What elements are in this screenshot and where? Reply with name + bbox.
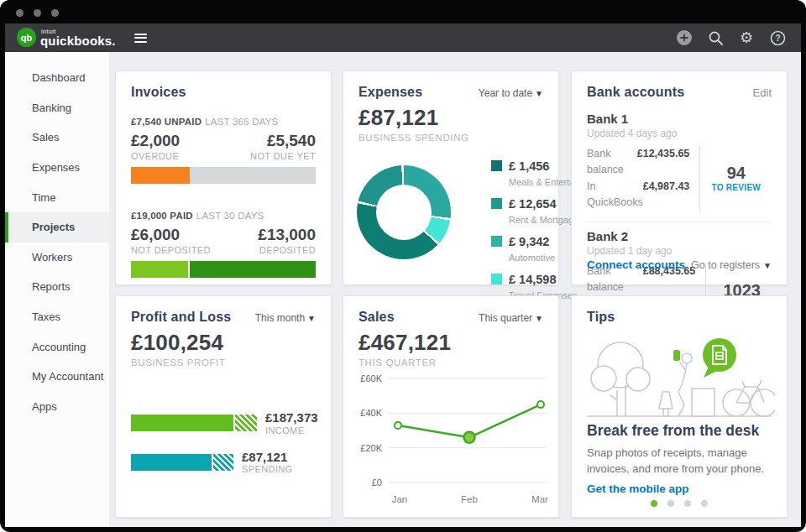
expenses-filter-dropdown[interactable]: Year to date▼ (479, 87, 543, 99)
pnl-subtitle: BUSINESS PROFIT (116, 356, 331, 368)
spending-value: £87,121 (242, 451, 293, 465)
top-navbar: qb intuit quickbooks. ⚙ ? (5, 23, 801, 52)
bank-accounts-card: Bank accounts Edit Bank 1 Updated 4 days… (571, 70, 788, 285)
carousel-dot-4[interactable] (701, 500, 708, 507)
expenses-subtitle: BUSINESS SPENDING (343, 131, 558, 143)
hamburger-menu-icon[interactable] (134, 31, 147, 44)
invoices-title: Invoices (131, 85, 186, 100)
not-deposited-bar-segment[interactable] (131, 261, 188, 278)
window-zoom-dot[interactable] (51, 9, 59, 17)
gear-icon[interactable]: ⚙ (738, 29, 755, 46)
qb-balance-value: £4,987.43 (643, 179, 690, 211)
search-icon[interactable] (707, 29, 724, 46)
sidebar-item-apps[interactable]: Apps (5, 392, 109, 422)
account-updated: Updated 4 days ago (587, 128, 772, 139)
unpaid-summary: £7,540 UNPAIDLAST 365 DAYS (116, 100, 331, 127)
account-updated: Updated 1 day ago (587, 245, 772, 257)
legend-swatch (491, 274, 502, 284)
paid-bar[interactable] (131, 261, 316, 278)
carousel-dot-1[interactable] (651, 500, 657, 507)
sidebar-item-banking[interactable]: Banking (5, 93, 109, 123)
sidebar-item-sales[interactable]: Sales (5, 123, 109, 153)
deposited-bar-segment[interactable] (190, 261, 316, 278)
sidebar-item-my-accountant[interactable]: My Accountant (5, 362, 109, 392)
sidebar-item-expenses[interactable]: Expenses (5, 153, 109, 183)
sidebar-item-time[interactable]: Time (5, 182, 109, 212)
overdue-amount: £2,000 (131, 132, 180, 150)
sidebar-item-reports[interactable]: Reports (5, 272, 109, 302)
chevron-down-icon: ▼ (535, 89, 543, 98)
not-deposited-amount: £6,000 (131, 226, 180, 244)
x-tick: Feb (461, 494, 478, 504)
spending-label: SPENDING (242, 464, 293, 474)
window-minimize-dot[interactable] (34, 9, 41, 17)
sales-title: Sales (359, 310, 395, 325)
quickbooks-logo[interactable]: qb intuit quickbooks. (17, 28, 116, 48)
overdue-bar-segment[interactable] (131, 167, 190, 184)
edit-link[interactable]: Edit (753, 86, 772, 99)
not-due-bar-segment[interactable] (190, 167, 316, 184)
qb-logo-icon: qb (17, 28, 36, 47)
unpaid-bar[interactable] (131, 167, 316, 184)
income-label: INCOME (265, 425, 318, 436)
spending-bar[interactable] (131, 454, 233, 471)
invoices-card: Invoices £7,540 UNPAIDLAST 365 DAYS £2,0… (115, 70, 332, 285)
chevron-down-icon: ▼ (535, 314, 543, 323)
not-due-label: NOT DUE YET (250, 151, 316, 161)
income-value: £187,373 (265, 411, 318, 425)
pnl-filter-dropdown[interactable]: This month▼ (255, 312, 316, 324)
sidebar-item-taxes[interactable]: Taxes (5, 302, 109, 332)
sales-total: £467,121 (343, 325, 558, 356)
pnl-total: £100,254 (116, 325, 331, 356)
deposited-amount: £13,000 (258, 226, 316, 244)
data-point-mar[interactable] (537, 401, 544, 408)
tips-heading: Break free from the desk (587, 422, 759, 440)
profit-loss-card: Profit and Loss This month▼ £100,254 BUS… (115, 295, 332, 518)
receipt-speech-bubble-icon (703, 338, 736, 378)
main-content: Dashboard Banking Sales Expenses Time Pr… (5, 52, 801, 527)
app-window: qb intuit quickbooks. ⚙ ? Dashboard Bank… (0, 0, 806, 532)
sidebar-item-projects[interactable]: Projects (5, 212, 109, 243)
help-icon[interactable]: ? (769, 29, 786, 46)
sidebar-item-dashboard[interactable]: Dashboard (5, 63, 109, 93)
account-name: Bank 2 (587, 229, 772, 243)
tips-title: Tips (587, 310, 615, 325)
legend-swatch (491, 236, 502, 247)
sidebar-item-workers[interactable]: Workers (5, 243, 109, 273)
carousel-dots (572, 500, 787, 507)
sales-line-chart[interactable]: £60K £40K £20K £0 Jan Feb Mar (352, 370, 552, 509)
x-tick: Mar (531, 494, 548, 504)
sidebar-item-accounting[interactable]: Accounting (5, 331, 109, 362)
tips-body-text: Snap photos of receipts, manage invoices… (587, 446, 776, 477)
expenses-donut-chart[interactable] (357, 165, 451, 259)
chevron-down-icon: ▼ (307, 314, 316, 323)
data-point-feb[interactable] (464, 432, 475, 443)
brand-quickbooks: quickbooks. (40, 34, 116, 48)
x-tick: Jan (392, 494, 408, 504)
go-to-registers-dropdown[interactable]: Go to registers▼ (691, 259, 772, 271)
paid-summary: £19,000 PAIDLAST 30 DAYS (116, 184, 331, 221)
bank-account-1: Bank 1 Updated 4 days ago (572, 100, 787, 139)
carousel-dot-3[interactable] (684, 500, 691, 507)
not-due-amount: £5,540 (267, 132, 316, 150)
sales-filter-dropdown[interactable]: This quarter▼ (479, 312, 543, 324)
carousel-dot-2[interactable] (667, 500, 674, 507)
window-titlebar (0, 0, 806, 23)
sales-card: Sales This quarter▼ £467,121 THIS QUARTE… (343, 295, 559, 518)
to-review-badge[interactable]: 94 TO REVIEW (699, 146, 772, 211)
data-point-jan[interactable] (395, 422, 401, 429)
deposited-label: DEPOSITED (259, 245, 316, 255)
legend-swatch (491, 198, 502, 209)
bank-account-2: Bank 2 Updated 1 day ago (572, 222, 787, 257)
window-close-dot[interactable] (16, 9, 24, 17)
y-tick: £0 (372, 477, 382, 488)
chevron-down-icon: ▼ (763, 261, 772, 270)
add-icon[interactable] (676, 29, 693, 46)
legend-swatch (491, 160, 502, 171)
income-bar[interactable] (131, 415, 257, 431)
svg-text:?: ? (775, 34, 780, 43)
tips-card: Tips (571, 295, 788, 518)
expenses-card: Expenses Year to date▼ £87,121 BUSINESS … (343, 70, 559, 285)
connect-accounts-link[interactable]: Connect accounts (587, 258, 685, 271)
get-mobile-app-link[interactable]: Get the mobile app (587, 482, 689, 495)
